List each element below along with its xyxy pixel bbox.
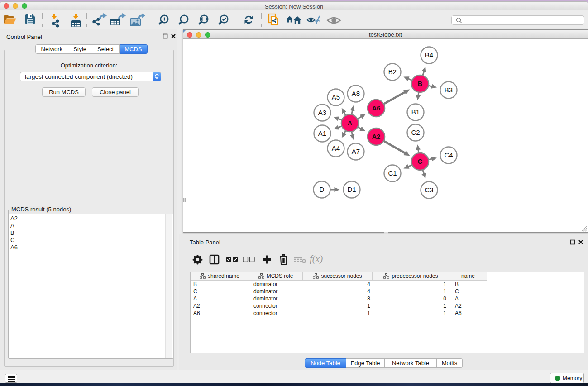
svg-text:C: C — [418, 158, 423, 165]
svg-text:A7: A7 — [352, 148, 360, 155]
svg-text:A: A — [348, 119, 353, 127]
svg-text:C3: C3 — [425, 186, 433, 194]
svg-text:A6: A6 — [372, 105, 381, 112]
svg-text:B: B — [418, 80, 422, 87]
svg-text:A8: A8 — [352, 90, 360, 97]
svg-text:A2: A2 — [372, 133, 381, 140]
svg-text:D: D — [320, 186, 325, 193]
svg-text:B3: B3 — [445, 86, 453, 94]
svg-text:D1: D1 — [347, 186, 356, 193]
svg-text:C1: C1 — [388, 169, 397, 177]
svg-text:B2: B2 — [388, 68, 397, 76]
svg-text:A1: A1 — [318, 129, 326, 137]
svg-text:A4: A4 — [332, 144, 340, 152]
svg-text:B1: B1 — [411, 108, 420, 116]
svg-text:C2: C2 — [411, 129, 420, 136]
svg-text:B4: B4 — [425, 51, 433, 59]
svg-text:A5: A5 — [332, 93, 340, 101]
svg-text:A3: A3 — [318, 109, 326, 116]
svg-text:C4: C4 — [444, 151, 453, 159]
